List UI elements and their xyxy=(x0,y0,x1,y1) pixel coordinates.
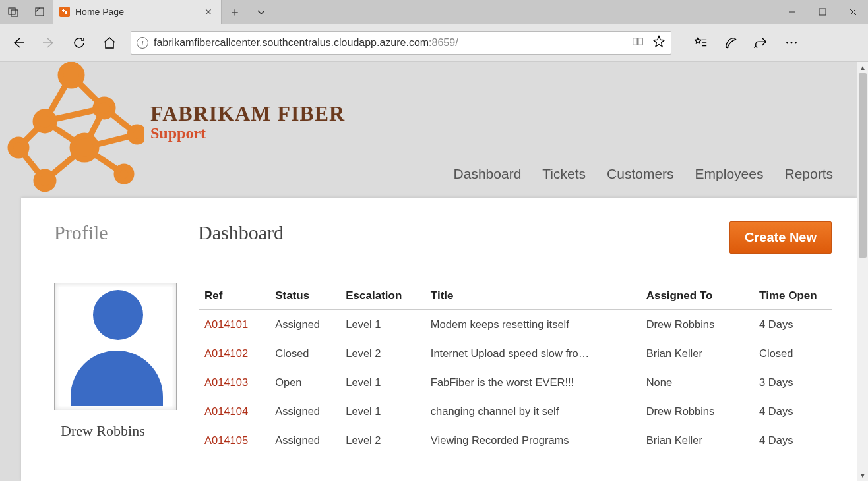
browser-tab[interactable]: Home Page ✕ xyxy=(53,0,222,24)
cell-time: 3 Days xyxy=(754,368,832,397)
brand-title: FABRIKAM FIBER xyxy=(150,101,345,126)
cell-title: Internet Upload speed slow fro… xyxy=(425,339,641,368)
home-button[interactable] xyxy=(95,28,124,57)
tickets-table: Ref Status Escalation Title Assigned To … xyxy=(199,283,832,455)
th-time[interactable]: Time Open xyxy=(754,283,832,310)
scroll-up-icon[interactable]: ▲ xyxy=(857,62,868,73)
nav-dashboard[interactable]: Dashboard xyxy=(454,166,522,182)
cell-time: Closed xyxy=(754,339,832,368)
svg-point-19 xyxy=(61,65,82,86)
svg-point-21 xyxy=(96,99,113,117)
back-button[interactable] xyxy=(4,28,33,57)
new-tab-button[interactable]: ＋ xyxy=(222,0,248,24)
th-escalation[interactable]: Escalation xyxy=(340,283,425,310)
scrollbar-thumb[interactable] xyxy=(859,73,867,258)
th-status[interactable]: Status xyxy=(270,283,340,310)
reading-view-icon[interactable] xyxy=(631,35,644,51)
tab-history-icon[interactable] xyxy=(26,0,53,24)
maximize-button[interactable] xyxy=(807,0,838,24)
cell-status: Closed xyxy=(270,339,340,368)
profile-name: Drew Robbins xyxy=(61,422,179,439)
svg-point-5 xyxy=(786,42,788,44)
forward-button[interactable] xyxy=(34,28,63,57)
favicon-icon xyxy=(59,7,70,17)
cell-title: changing channel by it self xyxy=(425,397,641,426)
nav-customers[interactable]: Customers xyxy=(607,166,674,182)
cell-time: 4 Days xyxy=(754,426,832,455)
cell-escalation: Level 1 xyxy=(340,310,425,339)
cell-assigned: Brian Keller xyxy=(641,426,754,455)
profile-column: Drew Robbins xyxy=(54,283,179,455)
logo-icon xyxy=(5,62,144,200)
logo-area xyxy=(5,62,144,200)
cell-ref[interactable]: A014105 xyxy=(199,426,270,455)
page-content: FABRIKAM FIBER Support Dashboard Tickets… xyxy=(0,62,857,481)
svg-point-26 xyxy=(117,167,131,181)
table-row[interactable]: A014103OpenLevel 1FabFiber is the worst … xyxy=(199,368,832,397)
page-viewport: FABRIKAM FIBER Support Dashboard Tickets… xyxy=(0,62,868,481)
cell-assigned: Brian Keller xyxy=(641,339,754,368)
avatar xyxy=(54,283,177,410)
close-window-button[interactable] xyxy=(838,0,868,24)
table-row[interactable]: A014104AssignedLevel 1changing channel b… xyxy=(199,397,832,426)
cell-time: 4 Days xyxy=(754,310,832,339)
vertical-scrollbar[interactable]: ▲ ▼ xyxy=(857,62,868,481)
th-ref[interactable]: Ref xyxy=(199,283,270,310)
cell-escalation: Level 1 xyxy=(340,397,425,426)
window-controls xyxy=(777,0,868,24)
nav-employees[interactable]: Employees xyxy=(695,166,764,182)
table-row[interactable]: A014102ClosedLevel 2Internet Upload spee… xyxy=(199,339,832,368)
favorites-list-icon[interactable] xyxy=(686,28,715,57)
cell-assigned: Drew Robbins xyxy=(641,397,754,426)
svg-rect-2 xyxy=(36,8,44,16)
tab-aside-icon[interactable] xyxy=(0,0,26,24)
browser-chrome: Home Page ✕ ＋ i fabrikamfibercallcenter.… xyxy=(0,0,868,62)
refresh-button[interactable] xyxy=(65,28,94,57)
more-menu-icon[interactable] xyxy=(777,28,806,57)
main-panel: Profile Dashboard Create New Drew Robbin… xyxy=(21,198,857,481)
svg-rect-1 xyxy=(11,10,18,16)
cell-ref[interactable]: A014103 xyxy=(199,368,270,397)
svg-point-23 xyxy=(73,136,96,159)
nav-tickets[interactable]: Tickets xyxy=(542,166,586,182)
top-nav: Dashboard Tickets Customers Employees Re… xyxy=(454,166,833,182)
table-row[interactable]: A014105AssignedLevel 2Viewing Recorded P… xyxy=(199,426,832,455)
tab-title: Home Page xyxy=(75,7,199,17)
site-info-icon[interactable]: i xyxy=(137,37,148,49)
minimize-button[interactable] xyxy=(777,0,807,24)
th-assigned[interactable]: Assigned To xyxy=(641,283,754,310)
cell-title: Viewing Recorded Programs xyxy=(425,426,641,455)
cell-status: Assigned xyxy=(270,426,340,455)
favorite-star-icon[interactable] xyxy=(652,35,666,51)
brand-subtitle: Support xyxy=(150,125,345,142)
url-text: fabrikamfibercallcenter.southcentralus.c… xyxy=(154,37,626,49)
svg-point-24 xyxy=(130,127,144,142)
cell-status: Open xyxy=(270,368,340,397)
address-bar[interactable]: i fabrikamfibercallcenter.southcentralus… xyxy=(131,31,671,55)
tab-close-icon[interactable]: ✕ xyxy=(204,7,213,16)
scroll-down-icon[interactable]: ▼ xyxy=(857,470,868,481)
cell-status: Assigned xyxy=(270,310,340,339)
table-header-row: Ref Status Escalation Title Assigned To … xyxy=(199,283,832,310)
svg-point-6 xyxy=(791,42,793,44)
brand-block: FABRIKAM FIBER Support xyxy=(150,101,345,142)
cell-escalation: Level 1 xyxy=(340,368,425,397)
cell-ref[interactable]: A014101 xyxy=(199,310,270,339)
cell-ref[interactable]: A014104 xyxy=(199,397,270,426)
svg-point-7 xyxy=(795,42,797,44)
svg-point-22 xyxy=(11,140,26,156)
th-title[interactable]: Title xyxy=(425,283,641,310)
cell-ref[interactable]: A014102 xyxy=(199,339,270,368)
nav-reports[interactable]: Reports xyxy=(784,166,833,182)
cell-assigned: None xyxy=(641,368,754,397)
cell-status: Assigned xyxy=(270,397,340,426)
tab-menu-icon[interactable] xyxy=(248,0,274,24)
notes-icon[interactable] xyxy=(716,28,745,57)
svg-rect-0 xyxy=(9,8,15,14)
nav-bar: i fabrikamfibercallcenter.southcentralus… xyxy=(0,24,868,62)
tickets-column: Ref Status Escalation Title Assigned To … xyxy=(199,283,832,455)
table-row[interactable]: A014101AssignedLevel 1Modem keeps resett… xyxy=(199,310,832,339)
cell-assigned: Drew Robbins xyxy=(641,310,754,339)
share-icon[interactable] xyxy=(747,28,776,57)
create-new-button[interactable]: Create New xyxy=(729,221,832,254)
